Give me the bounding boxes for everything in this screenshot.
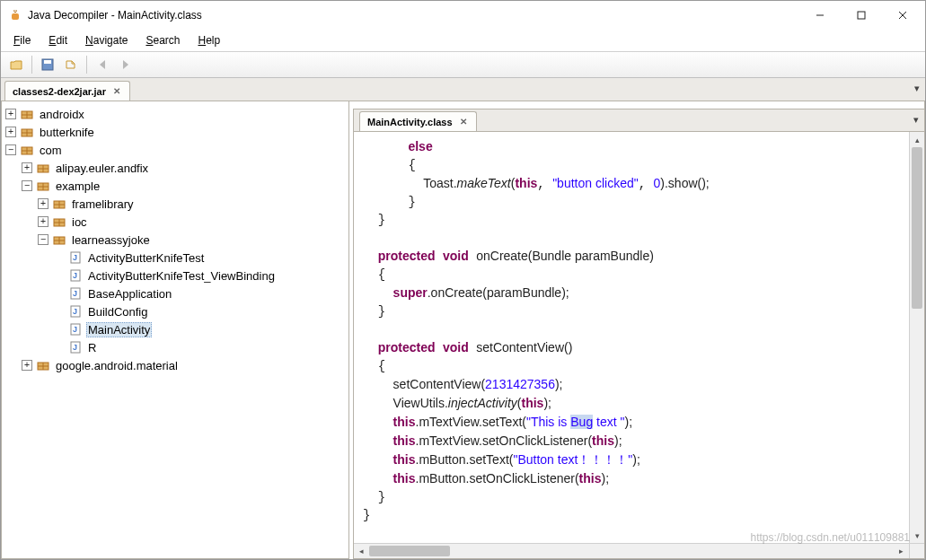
editor-tabstrip: MainActivity.class ✕ ▾ <box>353 109 924 132</box>
tree-item-label: BaseApplication <box>86 287 173 301</box>
scroll-thumb[interactable] <box>369 546 450 556</box>
tree-item-label: ActivityButterKnifeTest_ViewBinding <box>86 269 277 283</box>
package-icon <box>36 358 50 372</box>
minimize-button[interactable] <box>799 2 841 29</box>
tab-overflow-icon[interactable]: ▾ <box>914 83 920 94</box>
close-icon[interactable]: ✕ <box>111 86 122 96</box>
forward-button[interactable] <box>116 55 136 74</box>
menu-help[interactable]: Help <box>190 31 227 49</box>
save-button[interactable] <box>38 55 57 74</box>
toolbar <box>1 51 925 78</box>
package-icon <box>20 107 34 121</box>
menu-navigate[interactable]: Navigate <box>78 31 135 49</box>
expand-icon[interactable]: + <box>5 127 16 137</box>
tree-item-label: learneassyjoke <box>70 233 152 247</box>
close-icon[interactable]: ✕ <box>458 117 469 127</box>
save-all-button[interactable] <box>61 55 81 74</box>
svg-text:J: J <box>73 289 77 298</box>
package-icon <box>20 125 34 139</box>
maximize-button[interactable] <box>841 2 882 29</box>
app-icon <box>8 8 22 22</box>
window-title: Java Decompiler - MainActivity.class <box>28 9 799 22</box>
menubar: File Edit Navigate Search Help <box>1 30 925 51</box>
package-icon <box>36 161 50 175</box>
tree-item-label: androidx <box>38 108 86 121</box>
expand-icon[interactable]: + <box>22 360 32 371</box>
tree-item-label: BuildConfig <box>86 305 150 319</box>
tree-item-label: R <box>86 341 98 354</box>
scroll-corner <box>909 543 924 558</box>
close-button[interactable] <box>882 2 923 29</box>
tree-item-label: ActivityButterKnifeTest <box>86 251 206 265</box>
open-file-button[interactable] <box>6 55 26 74</box>
expand-icon[interactable]: + <box>38 198 49 209</box>
svg-rect-0 <box>12 13 19 20</box>
package-icon <box>20 143 34 157</box>
tree-item-label: framelibrary <box>70 197 136 211</box>
tree-item-label: butterknife <box>38 126 96 139</box>
tree-item-label: google.android.material <box>54 359 180 372</box>
class-icon: J <box>68 322 83 337</box>
editor-tab[interactable]: MainActivity.class ✕ <box>359 111 477 131</box>
menu-search[interactable]: Search <box>138 31 187 49</box>
package-icon <box>52 214 66 229</box>
svg-text:J: J <box>73 325 77 334</box>
class-icon: J <box>68 286 83 301</box>
expand-icon[interactable]: + <box>22 162 32 173</box>
svg-rect-2 <box>858 12 865 19</box>
editor-panel: MainActivity.class ✕ ▾ else { Toast.make… <box>353 101 925 559</box>
menu-edit[interactable]: Edit <box>41 31 75 49</box>
scroll-down-icon[interactable]: ▾ <box>910 528 924 543</box>
package-icon <box>36 179 50 193</box>
toolbar-separator <box>31 56 32 74</box>
horizontal-scrollbar[interactable]: ◂ ▸ <box>354 543 909 558</box>
package-tree[interactable]: +androidx +butterknife −com +alipay.eule… <box>1 101 349 559</box>
jar-tab-label: classes2-dex2jar.jar <box>13 86 106 97</box>
tree-item-label: example <box>54 179 101 193</box>
code-editor[interactable]: else { Toast.makeText(this, "button clic… <box>354 132 909 543</box>
svg-text:J: J <box>73 271 77 280</box>
class-icon: J <box>68 340 83 354</box>
package-icon <box>52 232 66 247</box>
watermark: https://blog.csdn.net/u011109881 <box>751 531 910 544</box>
back-button[interactable] <box>93 55 112 74</box>
collapse-icon[interactable]: − <box>22 180 32 191</box>
scroll-left-icon[interactable]: ◂ <box>354 547 369 556</box>
menu-file[interactable]: File <box>6 31 38 49</box>
scroll-up-icon[interactable]: ▴ <box>910 132 924 147</box>
package-icon <box>52 197 66 211</box>
class-icon: J <box>68 304 83 319</box>
jar-tab[interactable]: classes2-dex2jar.jar ✕ <box>4 81 130 101</box>
class-icon: J <box>68 268 83 283</box>
tree-item-label: alipay.euler.andfix <box>54 162 150 175</box>
collapse-icon[interactable]: − <box>5 144 16 155</box>
workarea: +androidx +butterknife −com +alipay.eule… <box>1 101 925 559</box>
svg-text:J: J <box>73 307 77 316</box>
class-icon: J <box>68 250 83 265</box>
editor-tab-label: MainActivity.class <box>367 117 453 127</box>
titlebar: Java Decompiler - MainActivity.class <box>1 1 925 30</box>
scroll-thumb[interactable] <box>912 147 922 309</box>
tree-item-label: com <box>38 144 64 157</box>
expand-icon[interactable]: + <box>5 109 16 119</box>
collapse-icon[interactable]: − <box>38 234 49 245</box>
vertical-scrollbar[interactable]: ▴ ▾ <box>909 132 924 543</box>
tab-overflow-icon[interactable]: ▾ <box>913 114 919 126</box>
svg-text:J: J <box>73 343 77 352</box>
svg-rect-6 <box>44 60 51 64</box>
toolbar-separator <box>86 56 87 74</box>
main-tabstrip: classes2-dex2jar.jar ✕ ▾ <box>1 78 925 101</box>
scroll-right-icon[interactable]: ▸ <box>894 547 909 556</box>
svg-text:J: J <box>73 253 77 262</box>
tree-item-selected: MainActivity <box>86 322 152 337</box>
tree-item-label: ioc <box>70 215 89 229</box>
expand-icon[interactable]: + <box>38 216 49 227</box>
